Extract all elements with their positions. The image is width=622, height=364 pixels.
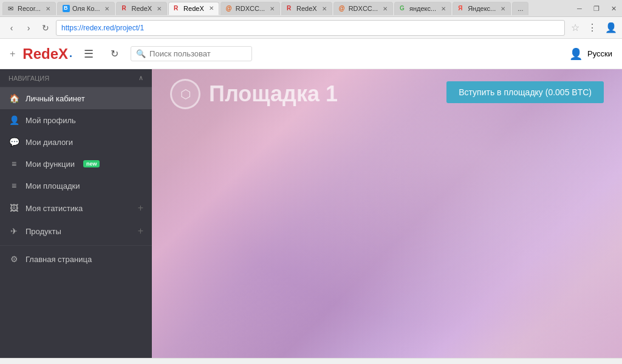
- bookmark-button[interactable]: ☆: [569, 21, 582, 35]
- address-bar: ‹ › ↻ ☆ ⋮ 👤: [0, 17, 622, 39]
- plus-icon: +: [10, 49, 15, 59]
- stats-plus-icon[interactable]: +: [138, 203, 143, 214]
- tab-favicon-redex3: R: [287, 5, 294, 12]
- tab-favicon-ola: В: [63, 5, 70, 12]
- main-page-icon: ⚙: [9, 254, 19, 264]
- redex-topbar: + RedeX . ☰ ↻ 🔍 👤 Русски: [0, 39, 622, 69]
- tab-label-yandex1: яндекс...: [409, 5, 436, 12]
- tab-rdxcc1[interactable]: @ RDXCC... ✕: [220, 2, 280, 15]
- profile-nav-icon: 👤: [9, 115, 19, 125]
- tab-redex1[interactable]: R RedeX ✕: [116, 2, 167, 15]
- search-icon: 🔍: [136, 49, 146, 58]
- tab-redex3[interactable]: R RedeX ✕: [281, 2, 332, 15]
- address-input[interactable]: [56, 20, 565, 36]
- tab-close-yandex1[interactable]: ✕: [441, 5, 446, 12]
- sidebar-label-main: Главная страница: [26, 255, 92, 264]
- tab-close-redex1[interactable]: ✕: [157, 5, 162, 12]
- tab-label-more: ...: [518, 5, 523, 12]
- tab-yandex1[interactable]: G яндекс... ✕: [394, 2, 451, 15]
- sidebar: НАВИГАЦИЯ ∧ 🏠 Личный кабинет 👤 Мой профи…: [0, 69, 152, 358]
- new-badge: new: [83, 160, 100, 167]
- reload-button[interactable]: ↻: [39, 21, 52, 35]
- tab-close-ola[interactable]: ✕: [104, 5, 109, 12]
- tab-label-redex1: RedeX: [131, 5, 152, 12]
- sidebar-item-main[interactable]: ⚙ Главная страница: [0, 248, 152, 271]
- tab-label-redex2: RedeX: [183, 5, 204, 12]
- tab-bar: ✉ Recor... ✕ В Оля Ко... ✕ R RedeX ✕ R R…: [0, 0, 622, 17]
- lang-label[interactable]: Русски: [587, 49, 612, 58]
- tab-label-rdxcc2: RDXCC...: [349, 5, 378, 12]
- tab-close-rdxcc1[interactable]: ✕: [270, 5, 275, 12]
- sidebar-label-functions: Мои функции: [26, 160, 75, 169]
- join-button[interactable]: Вступить в площадку (0.005 BTC): [446, 81, 604, 103]
- refresh-button[interactable]: ↻: [105, 45, 123, 63]
- profile-icon[interactable]: 👤: [605, 22, 617, 33]
- cabinet-icon: 🏠: [9, 93, 19, 103]
- browser-profile-area: 👤: [605, 22, 617, 33]
- search-box: 🔍: [131, 46, 252, 61]
- nav-header: НАВИГАЦИЯ ∧: [0, 69, 152, 87]
- profile-icon-top: 👤: [569, 47, 583, 61]
- tab-favicon-redex2: R: [174, 5, 181, 12]
- sidebar-label-dialogs: Мои диалоги: [26, 138, 73, 147]
- tab-favicon-rdxcc1: @: [226, 5, 233, 12]
- page-title: Площадка 1: [209, 81, 338, 107]
- nav-header-label: НАВИГАЦИЯ: [9, 75, 49, 82]
- topbar-right: 👤 Русски: [569, 47, 612, 61]
- products-icon: ✈: [9, 226, 19, 236]
- tab-ola[interactable]: В Оля Ко... ✕: [57, 2, 115, 15]
- sidebar-item-ploshadki[interactable]: ≡ Мои площадки: [0, 175, 152, 197]
- tab-rdxcc2[interactable]: @ RDXCC... ✕: [333, 2, 393, 15]
- menu-button[interactable]: ☰: [80, 45, 98, 63]
- nav-divider: [0, 245, 152, 246]
- tab-redex2[interactable]: R RedeX ✕: [168, 2, 219, 15]
- redex-logo[interactable]: RedeX .: [22, 46, 72, 62]
- page-icon: ⬡: [180, 87, 191, 101]
- sidebar-label-profile: Мой профиль: [26, 116, 76, 125]
- sidebar-item-functions[interactable]: ≡ Мои функции new: [0, 153, 152, 175]
- tab-close-redex2[interactable]: ✕: [209, 5, 214, 12]
- main-content: ⬡ Площадка 1 Вступить в площадку (0.005 …: [152, 69, 622, 358]
- window-controls: ─ ❐ ✕: [571, 0, 622, 17]
- page-circle-icon: ⬡: [170, 79, 200, 109]
- tab-label-record: Recor...: [18, 5, 41, 12]
- content-area: НАВИГАЦИЯ ∧ 🏠 Личный кабинет 👤 Мой профи…: [0, 69, 622, 358]
- minimize-button[interactable]: ─: [571, 0, 588, 17]
- logo-text-red: RedeX: [22, 46, 68, 62]
- sidebar-label-products: Продукты: [26, 227, 61, 236]
- ploshadki-icon: ≡: [9, 181, 19, 190]
- sidebar-item-profile[interactable]: 👤 Мой профиль: [0, 109, 152, 131]
- forward-button[interactable]: ›: [22, 21, 35, 35]
- tab-yandex2[interactable]: Я Яндекс... ✕: [453, 2, 511, 15]
- dialogs-icon: 💬: [9, 137, 19, 147]
- tab-close-yandex2[interactable]: ✕: [501, 5, 505, 12]
- products-plus-icon[interactable]: +: [138, 226, 143, 237]
- search-input[interactable]: [149, 49, 241, 58]
- functions-icon: ≡: [9, 159, 19, 169]
- sidebar-item-products[interactable]: ✈ Продукты +: [0, 220, 152, 243]
- stats-icon: 🖼: [9, 203, 19, 213]
- tab-favicon-rdxcc2: @: [339, 5, 346, 12]
- sidebar-item-dialogs[interactable]: 💬 Мои диалоги: [0, 131, 152, 153]
- tab-more[interactable]: ...: [512, 2, 528, 15]
- status-bar: https://redex.red/start/1: [0, 358, 622, 364]
- browser-menu-button[interactable]: ⋮: [586, 21, 599, 35]
- tab-record[interactable]: ✉ Recor... ✕: [2, 2, 56, 15]
- nav-collapse-icon[interactable]: ∧: [138, 74, 143, 82]
- restore-button[interactable]: ❐: [588, 0, 605, 17]
- back-button[interactable]: ‹: [5, 21, 18, 35]
- logo-dot: .: [69, 47, 72, 60]
- sidebar-label-stats: Моя статистика: [26, 204, 83, 213]
- tab-favicon-redex1: R: [121, 5, 129, 12]
- tab-favicon-record: ✉: [8, 5, 15, 12]
- sidebar-label-ploshadki: Мои площадки: [26, 181, 80, 190]
- tab-close-rdxcc2[interactable]: ✕: [383, 5, 388, 12]
- tab-close-redex3[interactable]: ✕: [322, 5, 327, 12]
- tab-close-record[interactable]: ✕: [46, 5, 50, 12]
- tab-favicon-yandex1: G: [400, 5, 407, 12]
- close-button[interactable]: ✕: [605, 0, 622, 17]
- tab-label-rdxcc1: RDXCC...: [236, 5, 265, 12]
- tab-favicon-yandex2: Я: [458, 5, 465, 12]
- sidebar-item-cabinet[interactable]: 🏠 Личный кабинет: [0, 87, 152, 109]
- sidebar-item-stats[interactable]: 🖼 Моя статистика +: [0, 197, 152, 220]
